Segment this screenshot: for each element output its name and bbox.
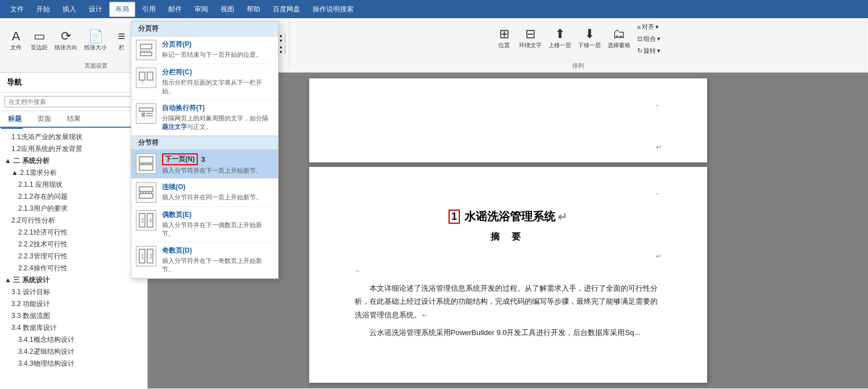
nav-tab-headings[interactable]: 标题 — [0, 111, 30, 128]
tree-item-3-3-label: 3.3 数据流图 — [11, 311, 50, 321]
paper-size-button[interactable]: 📄 纸张大小 — [82, 24, 109, 58]
dropdown-item-text-wrap-content: 自动换行符(T) 分隔网页上的对象周围的文字，如分隔题注文字与正文。 — [162, 103, 273, 132]
selection-pane-label: 选择窗格 — [608, 41, 630, 49]
text-direction-button[interactable]: A 文件 — [6, 24, 26, 58]
columns-button[interactable]: ≡ 栏 — [111, 24, 132, 58]
selection-pane-button[interactable]: 🗂 选择窗格 — [605, 22, 633, 56]
text-direction-icon: A — [12, 30, 20, 43]
dropdown-item-odd-page-desc: 插入分节符并在下一奇数页上开始新节。 — [162, 257, 273, 274]
nav-tab-results[interactable]: 结果 — [59, 111, 89, 127]
menu-search[interactable]: 操作说明搜索 — [307, 2, 359, 16]
group-button[interactable]: ⊡ 组合 ▾ — [635, 34, 663, 44]
dropdown-item-column-break[interactable]: 分栏符(C) 指示分栏符后面的文字将从下一栏开始。 — [148, 73, 278, 100]
menu-help[interactable]: 帮助 — [241, 2, 266, 16]
tree-item-section3[interactable]: ▲ 三 系统设计 — [0, 274, 147, 286]
tree-item-3-4-label: 3.4 数据库设计 — [11, 323, 57, 333]
dropdown-item-odd-page-content: 奇数页(D) 插入分节符并在下一奇数页上开始新节。 — [162, 246, 273, 274]
doc-area[interactable]: ← ↵ ← 1 水谣洗浴管理系统 ↵ 摘 要 ↵ ← 本文详细论述了洗浴管理信息… — [148, 73, 868, 388]
menu-baidu[interactable]: 百度网盘 — [267, 2, 306, 16]
nav-tab-pages[interactable]: 页面 — [30, 111, 59, 127]
wrap-text-button[interactable]: ⊟ 环绕文字 — [517, 22, 544, 56]
tree-item-1-1[interactable]: 1.1洗浴产业的发展现状 — [0, 131, 147, 143]
align-button[interactable]: ≡ 对齐 ▾ — [635, 22, 663, 32]
tree-item-2-2-2[interactable]: 2.2.2技术可行性 — [0, 239, 147, 250]
page2-arrow-top: ← — [355, 190, 662, 198]
group-chevron-icon: ▾ — [657, 35, 661, 43]
svg-rect-4 — [148, 73, 153, 80]
send-backward-button[interactable]: ⬇ 下移一层 — [576, 22, 603, 56]
page-setup-label: 页面设置 — [85, 61, 107, 70]
menu-file[interactable]: 文件 — [5, 2, 30, 16]
tree-item-2-1-1[interactable]: 2.1.1 应用现状 — [0, 179, 147, 191]
page2-arrow-mid: ← — [355, 267, 662, 275]
tree-item-2-2-label: 2.2可行性分析 — [11, 216, 55, 225]
tree-item-2-2[interactable]: 2.2可行性分析 — [0, 215, 147, 227]
dropdown-item-column-break-title: 分栏符(C) — [162, 73, 273, 77]
arrange-label: 排列 — [572, 61, 584, 70]
nav-tree: 1.1洗浴产业的发展现状 1.2应用系统的开发背景 ▲ 二 系统分析 ▲ 2.1… — [0, 129, 147, 388]
nav-search-input[interactable] — [5, 96, 143, 107]
menu-mailings[interactable]: 邮件 — [163, 2, 188, 16]
tree-item-2-2-3[interactable]: 2.2.3管理可行性 — [0, 250, 147, 262]
dropdown-item-next-page-content: 下一页(N) 3 插入分节符并在下一页上开始新节。 — [162, 153, 273, 175]
tree-item-2-2-4-label: 2.2.4操作可行性 — [18, 263, 68, 273]
rotate-chevron-icon: ▾ — [657, 47, 661, 55]
menu-home[interactable]: 开始 — [31, 2, 56, 16]
tree-item-3-4[interactable]: 3.4 数据库设计 — [0, 322, 147, 334]
tree-item-2-1-1-label: 2.1.1 应用现状 — [18, 180, 63, 190]
tree-item-2-1[interactable]: ▲ 2.1需求分析 — [0, 167, 147, 179]
dropdown-item-text-wrap-title: 自动换行符(T) — [162, 103, 273, 113]
rotate-label: 旋转 — [643, 47, 656, 55]
menu-view[interactable]: 视图 — [215, 2, 240, 16]
tree-item-3-4-2[interactable]: 3.4.2逻辑结构设计 — [0, 346, 147, 358]
rotate-button[interactable]: ↻ 旋转 ▾ — [635, 45, 663, 56]
tree-item-3-4-1[interactable]: 3.4.1概念结构设计 — [0, 334, 147, 346]
page1-arrow2: ↵ — [355, 143, 662, 151]
tree-item-1-1-label: 1.1洗浴产业的发展现状 — [11, 132, 82, 142]
dropdown-item-continuous-content: 连续(O) 插入分节符并在同一页上开始新节。 — [162, 182, 273, 202]
doc-page-2: ← 1 水谣洗浴管理系统 ↵ 摘 要 ↵ ← 本文详细论述了洗浴管理信息系统开发… — [309, 167, 707, 383]
tree-item-3-4-2-label: 3.4.2逻辑结构设计 — [18, 347, 74, 357]
tree-item-3-1[interactable]: 3.1 设计目标 — [0, 286, 147, 298]
group-label: 组合 — [643, 35, 656, 43]
bring-forward-button[interactable]: ⬆ 上移一层 — [546, 22, 574, 56]
position-button[interactable]: ⊞ 位置 — [494, 22, 514, 56]
tree-item-2-2-3-label: 2.2.3管理可行性 — [18, 252, 68, 261]
tree-item-1-2[interactable]: 1.2应用系统的开发背景 — [0, 143, 147, 155]
tree-item-3-4-1-label: 3.4.1概念结构设计 — [18, 335, 74, 345]
menu-review[interactable]: 审阅 — [189, 2, 214, 16]
tree-item-2-1-label: ▲ 2.1需求分析 — [11, 168, 57, 178]
tree-item-2-1-3[interactable]: 2.1.3用户的要求 — [0, 203, 147, 215]
svg-rect-13 — [148, 187, 153, 191]
dropdown-item-text-wrap[interactable]: 自动换行符(T) 分隔网页上的对象周围的文字，如分隔题注文字与正文。 — [148, 100, 278, 136]
align-chevron-icon: ▾ — [655, 23, 659, 31]
tree-item-2-1-2-label: 2.1.2存在的问题 — [18, 192, 68, 202]
tree-item-2-1-2[interactable]: 2.1.2存在的问题 — [0, 191, 147, 203]
tree-item-2-2-1[interactable]: 2.2.1经济可行性 — [0, 227, 147, 239]
orientation-icon: ⟳ — [61, 30, 71, 43]
group-icon: ⊡ — [637, 35, 642, 43]
menu-insert[interactable]: 插入 — [57, 2, 82, 16]
selection-pane-icon: 🗂 — [613, 28, 625, 40]
dropdown-item-odd-page[interactable]: 1 3 奇数页(D) 插入分节符并在下一奇数页上开始新节。 — [148, 242, 278, 278]
dropdown-item-next-page[interactable]: 下一页(N) 3 插入分节符并在下一页上开始新节。 — [148, 150, 278, 179]
dropdown-item-next-page-desc: 插入分节符并在下一页上开始新节。 — [162, 166, 273, 175]
menu-design[interactable]: 设计 — [83, 2, 108, 16]
dropdown-item-continuous[interactable]: 连续(O) 插入分节符并在同一页上开始新节。 — [148, 179, 278, 207]
menu-layout[interactable]: 布局 — [109, 2, 135, 17]
tree-item-section2-label: ▲ 二 系统分析 — [5, 156, 49, 166]
orientation-button[interactable]: ⟳ 纸张方向 — [52, 24, 80, 58]
tree-item-section2[interactable]: ▲ 二 系统分析 — [0, 155, 147, 167]
column-break-icon — [148, 73, 156, 88]
tree-item-3-3[interactable]: 3.3 数据流图 — [0, 310, 147, 322]
dropdown-item-even-page[interactable]: 2 4 偶数页(E) 插入分节符并在下一偶数页上开始新节。 — [148, 207, 278, 242]
title-badge: 1 — [448, 210, 460, 224]
position-icon: ⊞ — [499, 28, 509, 40]
svg-rect-6 — [148, 108, 153, 111]
tree-item-3-2[interactable]: 3.2 功能设计 — [0, 298, 147, 310]
tree-item-2-2-4[interactable]: 2.2.4操作可行性 — [0, 262, 147, 274]
svg-text:3: 3 — [149, 253, 152, 260]
tree-item-3-4-3[interactable]: 3.4.3物理结构设计 — [0, 358, 147, 370]
menu-references[interactable]: 引用 — [136, 2, 161, 16]
margins-button[interactable]: ▭ 页边距 — [28, 24, 50, 58]
